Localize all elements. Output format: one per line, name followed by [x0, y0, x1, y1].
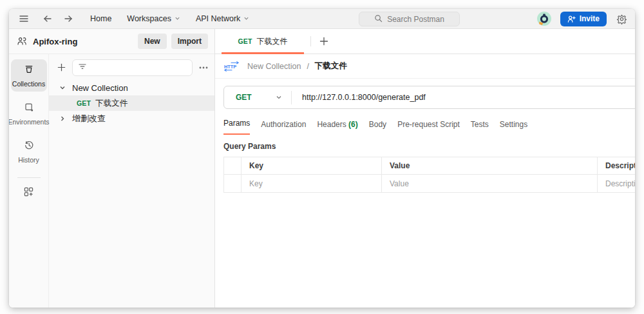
url-input[interactable]: http://127.0.0.1:8000/generate_pdf	[302, 93, 426, 102]
tree-toolbar	[49, 59, 214, 76]
active-tab-indicator	[222, 52, 304, 54]
nav-home-label: Home	[90, 14, 111, 23]
open-request-tab[interactable]: GET 下载文件	[215, 29, 310, 54]
tab-settings[interactable]: Settings	[500, 120, 527, 135]
table-header-row: Key Value Description	[224, 157, 635, 175]
chevron-down-icon	[276, 94, 282, 101]
url-divider	[291, 91, 292, 104]
workspace-name[interactable]: Apifox-ring	[33, 37, 138, 46]
tree-item-new-collection[interactable]: New Collection	[49, 80, 214, 95]
forward-arrow-icon[interactable]	[62, 12, 75, 25]
history-clock-icon	[24, 140, 34, 153]
new-tab-plus-icon[interactable]	[311, 29, 337, 54]
tab-method-badge: GET	[238, 37, 252, 45]
add-collection-icon[interactable]	[57, 63, 66, 72]
nav-api-network-label: API Network	[196, 14, 240, 23]
svg-text:HTTP: HTTP	[224, 63, 236, 69]
method-select[interactable]: GET	[224, 93, 291, 102]
avatar[interactable]	[536, 11, 552, 26]
nav-workspaces[interactable]: Workspaces	[127, 14, 180, 23]
invite-person-plus-icon	[567, 15, 576, 23]
nav-home[interactable]: Home	[90, 14, 111, 23]
invite-label: Invite	[580, 14, 600, 23]
chevron-right-icon	[59, 115, 66, 122]
request-config-tabs: Params Authorization Headers (6) Body Pr…	[215, 109, 635, 135]
search-postman-label: Search Postman	[387, 15, 444, 24]
query-params-table: Key Value Description Key Value Descript…	[223, 157, 635, 193]
row-handle-cell	[224, 175, 242, 192]
search-icon	[374, 14, 383, 25]
value-column-header: Value	[382, 157, 598, 174]
sidebar-body: Collections Environments History	[9, 54, 214, 308]
tree-item-request[interactable]: GET 下载文件	[49, 95, 214, 111]
value-input-cell[interactable]: Value	[382, 175, 598, 192]
rail-item-history[interactable]: History	[11, 135, 47, 168]
import-button[interactable]: Import	[171, 34, 208, 49]
key-input-cell[interactable]: Key	[242, 175, 382, 192]
breadcrumb-separator: /	[307, 62, 308, 71]
search-postman-box[interactable]: Search Postman	[359, 12, 460, 26]
app-window: Home Workspaces API Network Search Postm…	[9, 9, 635, 308]
main-pane: GET 下载文件 HTTP	[215, 29, 635, 308]
url-row: GET http://127.0.0.1:8000/generate_pdf	[215, 79, 635, 109]
headers-count-badge: (6)	[348, 120, 358, 129]
sidebar-rail: Collections Environments History	[9, 54, 49, 308]
rail-divider	[17, 177, 41, 178]
tab-body[interactable]: Body	[369, 120, 386, 135]
rail-history-label: History	[18, 156, 39, 164]
configure-sidebar-icon[interactable]	[23, 186, 34, 197]
workspace-header: Apifox-ring New Import	[9, 29, 214, 54]
folder-name-label: 增删改查	[72, 113, 106, 124]
filter-icon	[78, 62, 87, 74]
new-button[interactable]: New	[138, 34, 167, 49]
breadcrumb-request: 下载文件	[315, 61, 347, 72]
chevron-down-icon	[175, 14, 180, 23]
tab-prerequest-script[interactable]: Pre-request Script	[397, 120, 460, 135]
query-params-title: Query Params	[223, 142, 635, 151]
back-arrow-icon[interactable]	[41, 12, 54, 25]
content-area: Apifox-ring New Import Collections	[9, 29, 635, 308]
rail-collections-label: Collections	[12, 80, 45, 88]
tab-headers-label: Headers	[317, 120, 346, 129]
description-column-header: Description	[598, 157, 635, 174]
more-actions-icon[interactable]	[198, 63, 209, 73]
tab-params[interactable]: Params	[223, 119, 250, 135]
workspace-people-icon	[17, 36, 27, 46]
tab-title: 下载文件	[257, 36, 288, 47]
request-method-badge: GET	[77, 99, 91, 107]
tab-authorization[interactable]: Authorization	[261, 120, 306, 135]
collections-tree-panel: New Collection GET 下载文件 增删改查	[49, 54, 214, 308]
hamburger-menu-icon[interactable]	[17, 12, 30, 25]
chevron-down-icon	[59, 84, 66, 91]
http-request-icon: HTTP	[223, 61, 240, 72]
rail-item-environments[interactable]: Environments	[11, 97, 47, 130]
rail-environments-label: Environments	[9, 118, 50, 126]
request-name-label: 下载文件	[95, 98, 128, 109]
topbar-right-group: Invite	[536, 9, 628, 28]
tree-rows: New Collection GET 下载文件 增删改查	[49, 80, 214, 126]
collections-icon	[24, 64, 34, 77]
sidebar: Apifox-ring New Import Collections	[9, 29, 215, 308]
invite-button[interactable]: Invite	[560, 12, 607, 26]
breadcrumb-collection[interactable]: New Collection	[247, 62, 301, 71]
rail-item-collections[interactable]: Collections	[11, 59, 47, 92]
tree-item-folder[interactable]: 增删改查	[49, 111, 214, 126]
topbar-left-group: Home Workspaces API Network	[17, 12, 249, 25]
breadcrumb: HTTP New Collection / 下载文件	[215, 54, 635, 79]
filter-collections-input[interactable]	[72, 59, 193, 76]
tab-tests[interactable]: Tests	[471, 120, 489, 135]
request-url-box: GET http://127.0.0.1:8000/generate_pdf	[223, 86, 635, 109]
table-row: Key Value Description	[224, 175, 635, 192]
nav-api-network[interactable]: API Network	[196, 14, 249, 23]
request-tab-bar: GET 下载文件	[215, 29, 635, 54]
tab-headers[interactable]: Headers (6)	[317, 120, 357, 135]
method-select-value: GET	[236, 93, 252, 102]
description-input-cell[interactable]: Description	[598, 175, 635, 192]
collection-name-label: New Collection	[72, 83, 128, 93]
gear-icon[interactable]	[615, 12, 628, 25]
key-column-header: Key	[242, 157, 382, 174]
nav-workspaces-label: Workspaces	[127, 14, 171, 23]
row-handle-header-cell	[224, 157, 242, 174]
chevron-down-icon	[243, 14, 249, 23]
top-bar: Home Workspaces API Network Search Postm…	[9, 9, 635, 29]
